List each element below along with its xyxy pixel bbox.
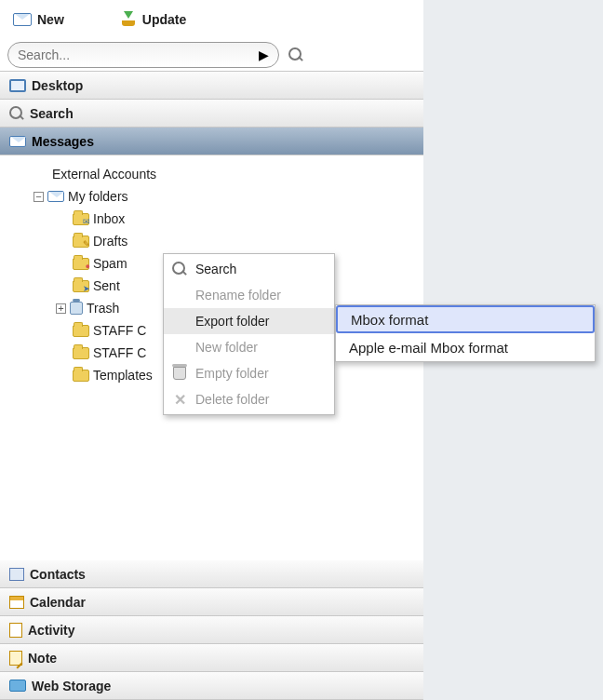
- accordion-search[interactable]: Search: [0, 100, 423, 128]
- webstorage-label: Web Storage: [32, 679, 111, 693]
- toolbar: New Update: [0, 0, 423, 39]
- update-button[interactable]: Update: [120, 12, 186, 27]
- messages-label: Messages: [32, 134, 94, 149]
- envelope-icon: [9, 136, 26, 147]
- storage-icon: [9, 680, 26, 692]
- x-icon: ✕: [174, 391, 186, 409]
- new-button[interactable]: New: [13, 12, 64, 27]
- search-go-icon[interactable]: ▶: [259, 47, 269, 62]
- accordion-contacts[interactable]: Contacts: [0, 560, 423, 588]
- spam-folder-icon: [73, 258, 89, 270]
- search-icon: [172, 262, 187, 276]
- update-icon: [120, 13, 137, 26]
- expand-icon[interactable]: +: [56, 303, 66, 314]
- drafts-folder-icon: [73, 236, 89, 248]
- contacts-icon: [9, 568, 24, 581]
- ctx-empty-folder: Empty folder: [164, 360, 334, 386]
- inbox-folder-icon: [73, 213, 89, 225]
- accordion-desktop[interactable]: Desktop: [0, 72, 423, 100]
- ctx-search[interactable]: Search: [164, 256, 334, 282]
- bin-icon: [173, 367, 186, 380]
- tree-my-folders[interactable]: − My folders: [26, 185, 423, 208]
- search-label: Search: [30, 106, 74, 121]
- accordion-activity[interactable]: Activity: [0, 616, 423, 644]
- accordion-messages[interactable]: Messages: [0, 128, 423, 155]
- ctx-export-folder[interactable]: Export folder: [164, 308, 334, 334]
- folder-icon: [73, 347, 89, 359]
- activity-label: Activity: [28, 623, 75, 638]
- export-submenu: Mbox format Apple e-mail Mbox format: [335, 304, 596, 362]
- bottom-accordion: Contacts Calendar Activity Note Web Stor…: [0, 560, 423, 700]
- calendar-icon: [9, 596, 24, 609]
- context-menu: Search Rename folder Export folder New f…: [163, 253, 335, 415]
- trash-icon: [70, 302, 83, 315]
- search-input[interactable]: [18, 47, 259, 62]
- ctx-delete-folder: ✕ Delete folder: [164, 386, 334, 412]
- search-icon[interactable]: [288, 47, 303, 62]
- search-box[interactable]: ▶: [7, 42, 279, 68]
- accordion-web-storage[interactable]: Web Storage: [0, 672, 423, 700]
- sent-folder-icon: [73, 280, 89, 292]
- submenu-mbox-format[interactable]: Mbox format: [336, 305, 595, 333]
- contacts-label: Contacts: [30, 567, 86, 582]
- update-label: Update: [142, 12, 186, 27]
- ctx-new-folder: New folder: [164, 334, 334, 360]
- note-label: Note: [28, 651, 57, 666]
- desktop-label: Desktop: [32, 78, 83, 93]
- accordion-note[interactable]: Note: [0, 644, 423, 672]
- search-icon: [9, 106, 24, 121]
- folder-icon: [73, 325, 89, 337]
- envelope-icon: [47, 191, 64, 202]
- calendar-label: Calendar: [30, 595, 86, 610]
- activity-icon: [9, 623, 22, 638]
- submenu-apple-mbox-format[interactable]: Apple e-mail Mbox format: [336, 333, 595, 361]
- collapse-icon[interactable]: −: [34, 192, 44, 202]
- search-row: ▶: [0, 39, 423, 71]
- ctx-rename-folder: Rename folder: [164, 282, 334, 308]
- note-icon: [9, 651, 22, 666]
- accordion-calendar[interactable]: Calendar: [0, 588, 423, 616]
- desktop-icon: [9, 79, 26, 92]
- tree-drafts[interactable]: Drafts: [26, 230, 423, 252]
- envelope-icon: [13, 13, 32, 26]
- tree-external-accounts[interactable]: External Accounts: [26, 163, 423, 185]
- tree-inbox[interactable]: Inbox: [26, 208, 423, 230]
- folder-icon: [73, 370, 89, 382]
- new-label: New: [37, 12, 64, 27]
